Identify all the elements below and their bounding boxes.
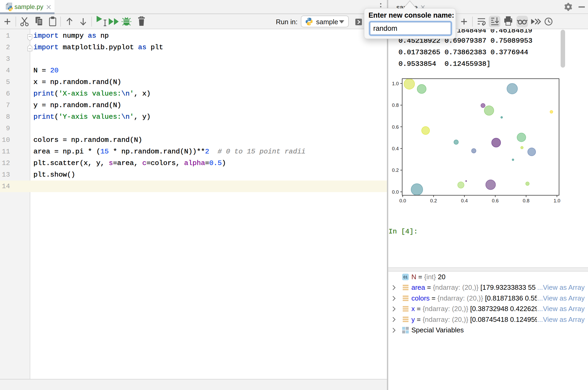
svg-text:0.4: 0.4 [392,146,399,151]
svg-text:0.0: 0.0 [399,198,406,203]
svg-text:0.4: 0.4 [461,198,468,203]
svg-text:0.2: 0.2 [430,198,437,203]
svg-text:0.8: 0.8 [523,198,530,203]
svg-text:0.8: 0.8 [392,102,399,108]
svg-text:0.6: 0.6 [392,124,399,130]
svg-text:0.6: 0.6 [492,198,499,203]
svg-text:0.2: 0.2 [392,167,399,173]
svg-text:0.0: 0.0 [392,189,399,195]
svg-text:1.0: 1.0 [392,81,399,86]
svg-text:1.0: 1.0 [554,198,560,203]
